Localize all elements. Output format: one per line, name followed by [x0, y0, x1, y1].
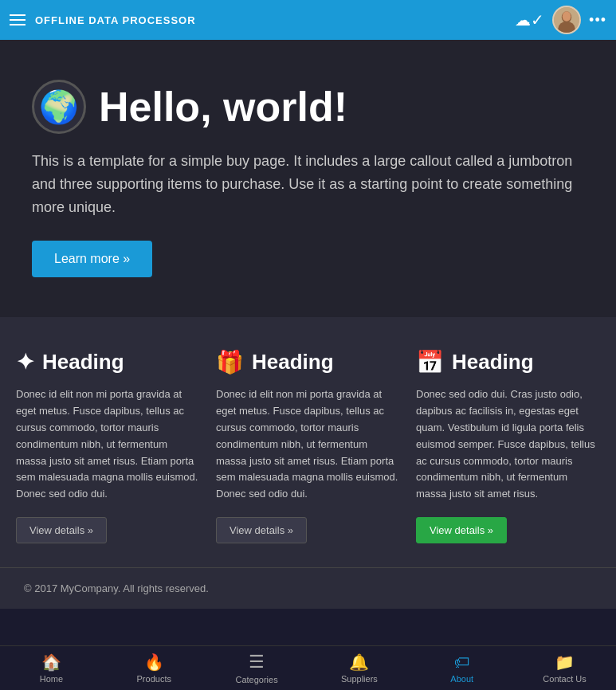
contact-icon: 📁: [555, 653, 575, 672]
card-3-heading-text: Heading: [452, 350, 534, 374]
card-2-view-button[interactable]: View details »: [216, 517, 307, 543]
nav-suppliers-label: Suppliers: [341, 674, 378, 684]
nav-products-label: Products: [137, 674, 171, 684]
card-3-heading: 📅 Heading: [416, 349, 600, 375]
card-2-text: Donec id elit non mi porta gravida at eg…: [216, 386, 400, 503]
app-title: OFFLINE DATA PROCESSOR: [35, 14, 196, 26]
nav-home-label: Home: [40, 674, 63, 684]
header-left: OFFLINE DATA PROCESSOR: [10, 14, 196, 26]
svg-point-3: [563, 11, 571, 21]
card-1: ✦ Heading Donec id elit non mi porta gra…: [16, 349, 200, 543]
card-2-heading: 🎁 Heading: [216, 349, 400, 375]
card-3: 📅 Heading Donec sed odio dui. Cras justo…: [416, 349, 600, 543]
card-1-view-button[interactable]: View details »: [16, 517, 107, 543]
nav-item-home[interactable]: 🏠 Home: [0, 646, 103, 690]
categories-icon: ☰: [249, 652, 265, 672]
gift-icon: 🎁: [216, 349, 244, 375]
about-icon: 🏷: [454, 653, 470, 672]
jumbotron: 🌍 Hello, world! This is a template for a…: [0, 40, 616, 317]
card-1-text: Donec id elit non mi porta gravida at eg…: [16, 386, 200, 503]
card-1-heading-text: Heading: [42, 350, 124, 374]
home-icon: 🏠: [41, 653, 61, 672]
globe-icon: 🌍: [32, 80, 86, 134]
jumbotron-heading: Hello, world!: [99, 83, 347, 131]
bottom-navigation: 🏠 Home 🔥 Products ☰ Categories 🔔 Supplie…: [0, 645, 616, 690]
nav-item-contact[interactable]: 📁 Contact Us: [513, 646, 616, 690]
nav-contact-label: Contact Us: [543, 674, 586, 684]
learn-more-button[interactable]: Learn more »: [32, 241, 152, 277]
card-3-text: Donec sed odio dui. Cras justo odio, dap…: [416, 386, 600, 503]
nav-categories-label: Categories: [235, 675, 277, 684]
more-options-icon[interactable]: •••: [589, 12, 606, 29]
footer-copyright: © 2017 MyCompany. All rights reserved.: [0, 567, 616, 609]
calendar-icon: 📅: [416, 349, 444, 375]
hamburger-icon[interactable]: [10, 14, 26, 25]
crosshair-icon: ✦: [16, 349, 34, 375]
cards-section: ✦ Heading Donec id elit non mi porta gra…: [0, 317, 616, 567]
card-2-heading-text: Heading: [252, 350, 334, 374]
app-header: OFFLINE DATA PROCESSOR ☁✓ •••: [0, 0, 616, 40]
jumbotron-title: 🌍 Hello, world!: [32, 80, 584, 134]
avatar[interactable]: [552, 6, 581, 34]
nav-item-about[interactable]: 🏷 About: [410, 646, 513, 690]
card-1-heading: ✦ Heading: [16, 349, 200, 375]
card-2: 🎁 Heading Donec id elit non mi porta gra…: [216, 349, 400, 543]
nav-item-products[interactable]: 🔥 Products: [103, 646, 206, 690]
nav-about-label: About: [450, 674, 473, 684]
suppliers-icon: 🔔: [349, 653, 369, 672]
header-right: ☁✓ •••: [515, 6, 606, 34]
card-3-view-button[interactable]: View details »: [416, 517, 507, 543]
cloud-icon: ☁✓: [515, 10, 544, 29]
jumbotron-text: This is a template for a simple buy page…: [32, 150, 574, 218]
jumbotron-inner: 🌍 Hello, world! This is a template for a…: [32, 80, 584, 277]
cards-grid: ✦ Heading Donec id elit non mi porta gra…: [16, 349, 600, 543]
copyright-text: © 2017 MyCompany. All rights reserved.: [24, 582, 209, 594]
products-icon: 🔥: [144, 653, 164, 672]
nav-item-suppliers[interactable]: 🔔 Suppliers: [308, 646, 410, 690]
nav-item-categories[interactable]: ☰ Categories: [206, 646, 308, 690]
